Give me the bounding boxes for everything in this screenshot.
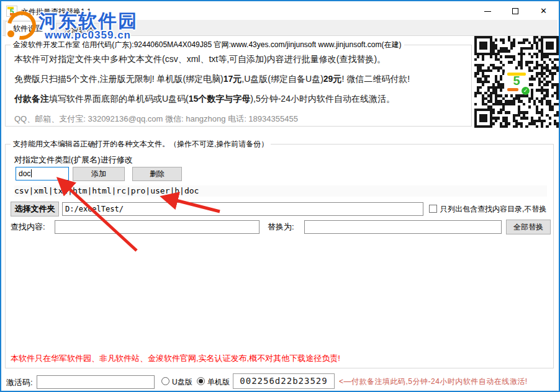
add-extension-button[interactable]: 添加 bbox=[73, 167, 125, 181]
close-icon: ✕ bbox=[530, 6, 558, 16]
close-button[interactable]: ✕ bbox=[530, 2, 558, 20]
list-only-checkbox-label: 只列出包含查找内容目录,不替换 bbox=[440, 204, 546, 215]
maximize-button[interactable] bbox=[502, 2, 530, 20]
qr-check-badge-icon: ✓ bbox=[522, 87, 530, 95]
info-line-contact: QQ、邮箱、支付宝: 332092136@qq.com 微信: hangzhon… bbox=[14, 114, 298, 125]
extension-input[interactable]: doc bbox=[16, 167, 69, 180]
main-groupbox: 支持能用文本编辑器正确打开的各种文本文件。（操作不可逆,操作前请备份） 对指定文… bbox=[5, 144, 554, 368]
info-line-description: 本软件可对指定文件夹中多种文本文件(csv、xml、txt等,可自添加)内容进行… bbox=[14, 54, 386, 65]
qr-logo-glyph: 5 bbox=[505, 74, 528, 88]
payment-note-text: <—付款备注填此码,5分钟-24小时内软件自动在线激活! bbox=[339, 376, 528, 387]
window-title: 文件批量查找替换1.1 bbox=[21, 7, 91, 17]
activation-code-input[interactable] bbox=[37, 375, 155, 389]
find-label: 查找内容: bbox=[11, 221, 45, 233]
app-logo-icon: 5 bbox=[6, 6, 17, 17]
tab-software-settings[interactable]: 软件设置 bbox=[5, 21, 51, 37]
text-caret bbox=[31, 169, 32, 177]
qr-center-logo-icon: 5 ✓ bbox=[505, 71, 528, 93]
tab-page: 金浚软件开发工作室 信用代码(广东):92440605MA4X049J85 官网… bbox=[2, 36, 558, 390]
minimize-icon bbox=[484, 11, 491, 12]
info-groupbox: 金浚软件开发工作室 信用代码(广东):92440605MA4X049J85 官网… bbox=[5, 45, 472, 127]
replace-all-button[interactable]: 全部替换 bbox=[506, 220, 551, 234]
radio-selected-dot bbox=[199, 379, 203, 383]
info-line-pricing: 免费版只扫描5个文件,注册版无限制! 单机版(绑定电脑)17元,U盘版(绑定自备… bbox=[14, 74, 410, 85]
activation-code-label: 激活码: bbox=[6, 377, 33, 388]
machine-code-box: 002256d22b23529 bbox=[233, 373, 335, 389]
usb-version-radio-label: U盘版 bbox=[172, 377, 192, 388]
maximize-icon bbox=[512, 8, 518, 14]
tab-strip: 软件设置 金浚软件 bbox=[2, 20, 558, 36]
find-input[interactable] bbox=[55, 220, 260, 234]
replace-label: 替换为: bbox=[268, 221, 294, 233]
distribution-warning-text: 本软件只在华军软件园、非凡软件站、金浚软件官网,实名认证发布,概不对其他下载途径… bbox=[11, 353, 340, 364]
qr-code: 5 ✓ bbox=[474, 36, 559, 128]
extension-list: csv|xml|txt|htm|html|rc|pro|user|h|doc bbox=[14, 185, 547, 197]
extension-section-label: 对指定文件类型(扩展名)进行修改 bbox=[14, 154, 133, 166]
main-groupbox-legend: 支持能用文本编辑器正确打开的各种文本文件。（操作不可逆,操作前请备份） bbox=[11, 139, 271, 149]
info-groupbox-legend: 金浚软件开发工作室 信用代码(广东):92440605MA4X049J85 官网… bbox=[11, 40, 404, 50]
standalone-version-radio[interactable] bbox=[197, 377, 205, 385]
usb-version-radio[interactable] bbox=[161, 377, 169, 385]
tab-jinjun-software[interactable]: 金浚软件 bbox=[56, 23, 102, 36]
minimize-button[interactable] bbox=[474, 2, 502, 20]
folder-path-input[interactable]: D:/excelTest/ bbox=[62, 202, 423, 216]
list-only-checkbox[interactable] bbox=[429, 205, 437, 213]
window-controls: ✕ bbox=[474, 2, 558, 20]
qr-logo-orange-bar bbox=[507, 88, 518, 91]
app-window: 5 文件批量查找替换1.1 ✕ 软件设置 金浚软件 金浚软件开发工作室 信用代码… bbox=[0, 0, 560, 392]
logo-orange-bar bbox=[10, 13, 16, 16]
title-bar: 5 文件批量查找替换1.1 ✕ bbox=[2, 2, 558, 20]
info-line-payment-note: 付款备注填写软件界面底部的单机码或U盘码(15个数字与字母),5分钟-24小时内… bbox=[14, 94, 395, 105]
replace-input[interactable] bbox=[304, 220, 502, 234]
choose-folder-button[interactable]: 选择文件夹 bbox=[11, 202, 59, 216]
delete-extension-button[interactable]: 删除 bbox=[132, 167, 182, 181]
standalone-version-radio-label: 单机版 bbox=[207, 377, 230, 388]
